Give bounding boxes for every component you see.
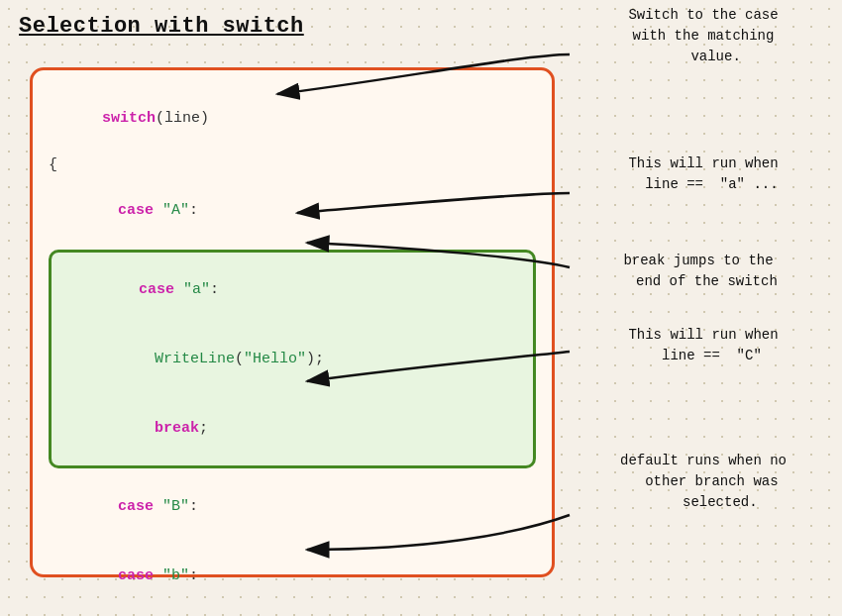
annotations-panel: Switch to the casewith the matching valu… xyxy=(570,0,837,616)
annotation-2: This will run when line == "a" ... xyxy=(579,154,827,195)
code-line-caseB: case "B": xyxy=(49,472,536,542)
code-line-caseb: case "b": xyxy=(49,542,536,611)
case-a-line2: WriteLine("Hello"); xyxy=(67,325,525,394)
annotation-4: This will run when line == "C" xyxy=(579,325,827,366)
code-line-caseA: case "A": xyxy=(49,176,536,246)
code-line-switch: switch(line) xyxy=(49,84,536,154)
page-title: Selection with switch xyxy=(19,14,304,39)
annotation-1: Switch to the casewith the matching valu… xyxy=(579,5,827,67)
annotation-3: break jumps to the end of the switch xyxy=(570,251,827,292)
annotation-5: default runs when no other branch was se… xyxy=(579,451,827,513)
case-a-box: case "a": WriteLine("Hello"); break; xyxy=(49,250,536,468)
code-line-open-brace: { xyxy=(49,154,536,176)
code-line-bye: WriteLine("Bye"); xyxy=(49,611,536,617)
case-a-line1: case "a": xyxy=(67,256,525,325)
code-box: switch(line) { case "A": case "a": Write… xyxy=(30,67,555,577)
case-a-line3: break; xyxy=(67,393,525,462)
